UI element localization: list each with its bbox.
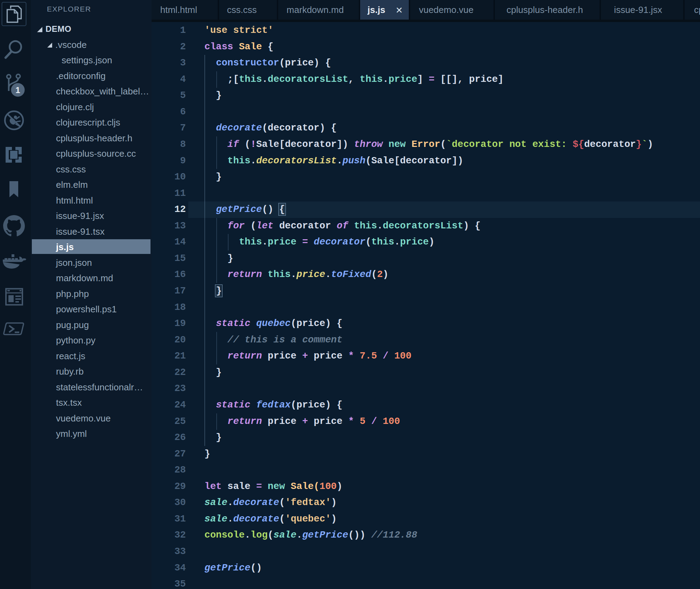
svg-text:1: 1 — [15, 85, 20, 95]
